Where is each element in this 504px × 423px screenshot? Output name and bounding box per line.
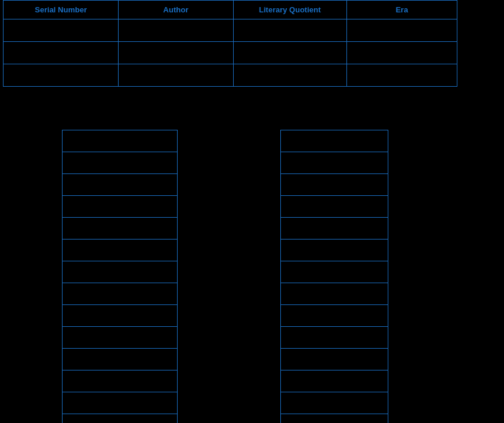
cell [63, 414, 178, 424]
cell [281, 327, 388, 349]
cell [233, 42, 346, 64]
table-row [63, 240, 178, 261]
col-literary-quotient: Literary Quotient [233, 1, 346, 19]
cell [281, 370, 388, 392]
table-row [63, 327, 178, 349]
table-row [4, 42, 457, 64]
cell [63, 349, 178, 370]
cell [233, 64, 346, 87]
table-row [281, 130, 388, 152]
table-row [63, 283, 178, 305]
cell [63, 370, 178, 392]
table-row [281, 370, 388, 392]
table-row [63, 305, 178, 327]
cell [346, 19, 457, 42]
table-row [281, 218, 388, 240]
table-row [281, 305, 388, 327]
cell [63, 327, 178, 349]
cell [281, 414, 388, 424]
cell [4, 19, 119, 42]
table-row [63, 130, 178, 152]
bottom-left-table [62, 130, 178, 423]
table-row [281, 349, 388, 370]
table-row [63, 261, 178, 283]
bottom-right-table [280, 130, 388, 423]
cell [63, 283, 178, 305]
cell [63, 261, 178, 283]
table-row [281, 283, 388, 305]
table-row [63, 392, 178, 414]
col-serial-number: Serial Number [4, 1, 119, 19]
cell [63, 392, 178, 414]
table-row [281, 196, 388, 218]
table-row [281, 414, 388, 424]
table-row [63, 174, 178, 196]
table-row [63, 218, 178, 240]
cell [4, 42, 119, 64]
cell [281, 174, 388, 196]
cell [63, 240, 178, 261]
table-row [63, 370, 178, 392]
cell [281, 349, 388, 370]
cell [63, 196, 178, 218]
cell [119, 64, 233, 87]
cell [63, 130, 178, 152]
table-row [281, 327, 388, 349]
table-row [63, 152, 178, 174]
table-row [63, 196, 178, 218]
cell [281, 152, 388, 174]
table-row [4, 19, 457, 42]
cell [63, 174, 178, 196]
cell [281, 218, 388, 240]
cell [119, 42, 233, 64]
table-row [281, 392, 388, 414]
cell [346, 64, 457, 87]
cell [346, 42, 457, 64]
table-row [281, 261, 388, 283]
top-table: Serial Number Author Literary Quotient E… [3, 0, 457, 87]
table-row [4, 64, 457, 87]
cell [281, 240, 388, 261]
cell [233, 19, 346, 42]
cell [281, 196, 388, 218]
cell [281, 261, 388, 283]
cell [63, 218, 178, 240]
cell [63, 305, 178, 327]
col-author: Author [119, 1, 233, 19]
table-row [281, 174, 388, 196]
cell [119, 19, 233, 42]
table-row [63, 349, 178, 370]
col-era: Era [346, 1, 457, 19]
cell [281, 305, 388, 327]
cell [4, 64, 119, 87]
cell [281, 130, 388, 152]
cell [281, 283, 388, 305]
table-row [281, 240, 388, 261]
table-row [63, 414, 178, 424]
cell [63, 152, 178, 174]
cell [281, 392, 388, 414]
table-row [281, 152, 388, 174]
page-container: Serial Number Author Literary Quotient E… [0, 0, 504, 423]
